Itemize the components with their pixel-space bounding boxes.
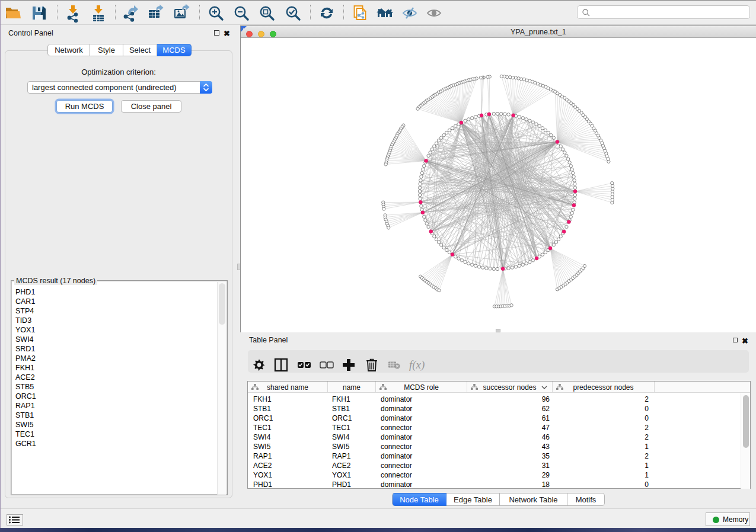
svg-text:f(x): f(x) — [409, 358, 425, 371]
